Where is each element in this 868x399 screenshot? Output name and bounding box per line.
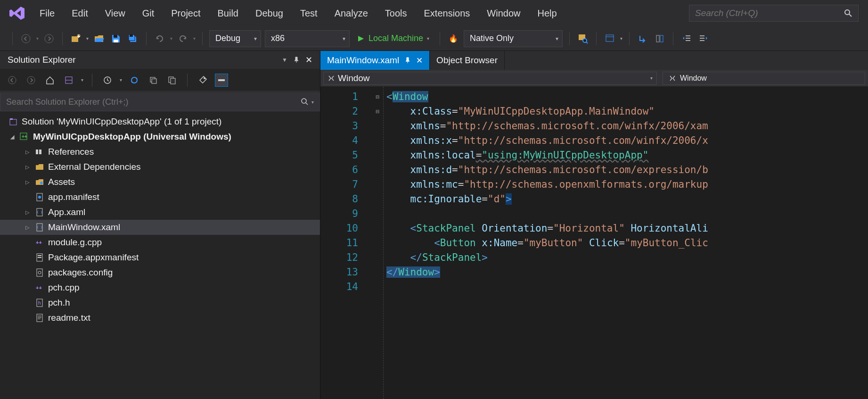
forward-icon[interactable] — [25, 74, 38, 87]
open-file-button[interactable] — [92, 32, 106, 45]
home-icon[interactable] — [43, 74, 57, 87]
separator — [92, 74, 92, 87]
sync-icon[interactable] — [128, 74, 141, 87]
expander-icon[interactable]: ▷ — [24, 209, 31, 216]
references-icon — [35, 147, 44, 157]
find-in-files-button[interactable] — [576, 32, 590, 45]
save-all-button[interactable] — [126, 32, 139, 45]
menu-build[interactable]: Build — [218, 8, 238, 19]
redo-button[interactable] — [176, 32, 189, 45]
code-text[interactable]: <Window x:Class="MyWinUICppDesktopApp.Ma… — [384, 87, 868, 399]
menu-analyze[interactable]: Analyze — [335, 8, 368, 19]
tree-item-label: app.manifest — [48, 192, 99, 202]
solution-root[interactable]: Solution 'MyWinUICppDesktopApp' (1 of 1 … — [0, 114, 320, 129]
platform-dropdown[interactable]: x86 — [265, 30, 350, 47]
panel-search[interactable]: ▾ — [0, 92, 320, 111]
menu-view[interactable]: View — [105, 8, 125, 19]
pending-changes-icon[interactable] — [101, 74, 114, 87]
debug-type-dropdown[interactable]: Native Only — [464, 30, 563, 47]
dropdown-icon[interactable]: ▼ — [282, 57, 287, 63]
separator — [202, 32, 203, 45]
nav-back-button[interactable] — [19, 32, 33, 45]
tab-mainwindow-xaml[interactable]: MainWindow.xaml✕ — [320, 51, 430, 70]
tree-item-app-manifest[interactable]: app.manifest — [0, 190, 320, 205]
file-cpp-icon: ++ — [35, 283, 44, 292]
browser-link-button[interactable] — [603, 32, 616, 45]
file-h-icon: h — [35, 298, 44, 308]
tree-item-readme-txt[interactable]: readme.txt — [0, 310, 320, 325]
tree-item-external-dependencies[interactable]: ▷External Dependencies — [0, 159, 320, 175]
pin-icon[interactable] — [405, 57, 410, 64]
expander-icon[interactable]: ▷ — [24, 179, 31, 185]
panel-search-input[interactable] — [6, 97, 301, 107]
expander-icon[interactable]: ▷ — [24, 224, 31, 231]
svg-rect-8 — [130, 34, 133, 37]
menu-window[interactable]: Window — [487, 8, 520, 19]
save-button[interactable] — [109, 32, 123, 45]
fire-icon[interactable]: 🔥 — [447, 32, 460, 45]
svg-rect-39 — [36, 150, 38, 154]
back-icon[interactable] — [6, 74, 19, 87]
file-cpp-icon: ++ — [35, 238, 44, 247]
project-node[interactable]: ◢ ++ MyWinUICppDesktopApp (Universal Win… — [0, 129, 320, 144]
menu-git[interactable]: Git — [142, 8, 155, 19]
menu-file[interactable]: File — [40, 8, 55, 19]
menu-project[interactable]: Project — [171, 8, 200, 19]
svg-text:++: ++ — [22, 134, 27, 139]
tree-item-pch-cpp[interactable]: ++pch.cpp — [0, 280, 320, 295]
breadcrumb-left[interactable]: Window ▾ — [323, 72, 657, 85]
tab-object-browser[interactable]: Object Browser — [430, 51, 505, 70]
indent-button[interactable] — [697, 32, 710, 45]
svg-point-41 — [40, 182, 43, 184]
tree-item-mainwindow-xaml[interactable]: ▷MainWindow.xaml — [0, 220, 320, 235]
undo-button[interactable] — [153, 32, 166, 45]
solution-root-label: Solution 'MyWinUICppDesktopApp' (1 of 1 … — [22, 116, 221, 127]
menu-edit[interactable]: Edit — [72, 8, 88, 19]
menu-extensions[interactable]: Extensions — [424, 8, 470, 19]
expander-icon[interactable]: ▷ — [24, 149, 31, 155]
pin-icon[interactable] — [293, 57, 300, 63]
close-icon[interactable]: ✕ — [305, 55, 312, 65]
breadcrumb-bar: Window ▾ Window — [320, 70, 868, 87]
separator — [673, 32, 673, 45]
tree-item-app-xaml[interactable]: ▷App.xaml — [0, 205, 320, 220]
start-debug-button[interactable]: Local Machine ▾ — [353, 33, 433, 43]
close-icon[interactable]: ✕ — [416, 56, 423, 66]
tree-item-module-g-cpp[interactable]: ++module.g.cpp — [0, 235, 320, 250]
nav-forward-button[interactable] — [42, 32, 56, 45]
tree-item-label: Assets — [48, 177, 75, 187]
tree-item-label: References — [48, 147, 94, 157]
svg-rect-55 — [37, 314, 42, 322]
tree-item-package-appxmanifest[interactable]: Package.appxmanifest — [0, 250, 320, 265]
new-project-button[interactable] — [69, 32, 82, 45]
global-search[interactable] — [689, 5, 859, 22]
outdent-button[interactable] — [680, 32, 693, 45]
menu-help[interactable]: Help — [537, 8, 557, 19]
show-all-files-icon[interactable] — [165, 74, 179, 87]
tree-item-packages-config[interactable]: packages.config — [0, 265, 320, 280]
preview-icon[interactable] — [215, 74, 228, 87]
properties-icon[interactable] — [196, 74, 209, 87]
menu-test[interactable]: Test — [300, 8, 318, 19]
menu-debug[interactable]: Debug — [255, 8, 283, 19]
menu-tools[interactable]: Tools — [385, 8, 407, 19]
svg-line-1 — [849, 14, 852, 17]
switch-views-icon[interactable] — [62, 74, 75, 87]
tree-item-pch-h[interactable]: hpch.h — [0, 295, 320, 310]
main-area: Solution Explorer ▼ ✕ ▾ ▾ — [0, 51, 868, 399]
svg-line-11 — [586, 42, 588, 43]
step-into-button[interactable] — [636, 32, 649, 45]
step-over-button[interactable] — [653, 32, 666, 45]
tree-item-label: MainWindow.xaml — [48, 222, 120, 233]
breadcrumb-right[interactable]: Window — [663, 72, 865, 85]
panel-title: Solution Explorer — [8, 55, 76, 65]
tree-item-references[interactable]: ▷References — [0, 144, 320, 159]
tree-item-assets[interactable]: ▷Assets — [0, 175, 320, 190]
separator — [440, 32, 440, 45]
expander-icon[interactable]: ◢ — [8, 134, 16, 140]
global-search-input[interactable] — [695, 8, 836, 18]
svg-point-3 — [45, 34, 53, 43]
config-dropdown[interactable]: Debug — [209, 30, 261, 47]
expander-icon[interactable]: ▷ — [24, 164, 31, 170]
collapse-all-icon[interactable] — [147, 74, 160, 87]
